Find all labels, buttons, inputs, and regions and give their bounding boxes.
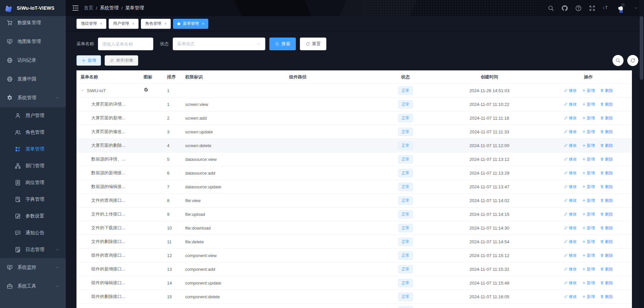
search-icon[interactable] <box>548 5 554 11</box>
sidebar-item-live-china[interactable]: 直播中国 <box>0 70 66 88</box>
table-row[interactable]: 大屏页面的修改...3screen:update正常2024-11-07 11:… <box>76 125 632 139</box>
sidebar-item-post-mgmt[interactable]: 岗位管理 <box>0 174 66 191</box>
sidebar-item-notice[interactable]: 通知公告 <box>0 225 66 241</box>
table-row[interactable]: 组件的查询接口...12component:view正常2024-11-07 1… <box>76 249 632 262</box>
row-action-add[interactable]: 新增 <box>582 294 595 300</box>
sidebar-item-dept-mgmt[interactable]: 部门管理 <box>0 158 66 174</box>
row-action-delete[interactable]: 删除 <box>600 115 613 121</box>
table-row[interactable]: SiWU-IoT1正常2024-11-26 14:51:03修改新增删除 <box>76 84 632 98</box>
sidebar-fold-icon[interactable] <box>72 4 79 12</box>
add-button[interactable]: 新增 <box>76 55 101 66</box>
row-action-edit[interactable]: 修改 <box>564 198 577 203</box>
row-action-delete[interactable]: 删除 <box>600 157 613 162</box>
sidebar-item-system-mgmt[interactable]: 系统管理 <box>0 88 66 107</box>
sidebar-item-dataset-mgmt[interactable]: 数据集管理 <box>0 13 66 32</box>
row-action-delete[interactable]: 删除 <box>600 211 613 217</box>
breadcrumb-item[interactable]: 首页 <box>84 5 93 11</box>
row-action-add[interactable]: 新增 <box>582 184 595 190</box>
table-row[interactable]: 文件的上传接口...9file:upload正常2024-11-07 11:14… <box>76 207 632 221</box>
sidebar-item-log-mgmt[interactable]: 日志管理 <box>0 241 66 258</box>
reset-button[interactable]: 重置 <box>300 38 326 50</box>
row-action-edit[interactable]: 修改 <box>564 129 577 135</box>
font-size-icon[interactable]: tT <box>603 5 609 11</box>
sidebar-item-dict-mgmt[interactable]: 字典管理 <box>0 191 66 208</box>
show-search-button[interactable] <box>612 55 624 66</box>
sidebar-item-system-monitor[interactable]: 系统监控 <box>0 258 66 277</box>
row-action-delete[interactable]: 删除 <box>600 266 613 272</box>
row-action-add[interactable]: 新增 <box>582 280 595 286</box>
fullscreen-icon[interactable] <box>589 5 595 11</box>
row-action-edit[interactable]: 修改 <box>564 143 577 148</box>
row-action-add[interactable]: 新增 <box>582 239 595 245</box>
tab-project-mgmt[interactable]: 项目管理× <box>76 19 106 29</box>
row-action-edit[interactable]: 修改 <box>564 280 577 286</box>
menu-name-input[interactable] <box>98 38 153 50</box>
tab-close-icon[interactable]: × <box>132 21 135 26</box>
status-select[interactable]: 菜单状态 <box>173 38 265 50</box>
row-action-edit[interactable]: 修改 <box>564 266 577 272</box>
table-row[interactable]: 文件的查询接口...8file:view正常2024-11-07 11:14:0… <box>76 194 632 207</box>
tab-menu-mgmt[interactable]: 菜单管理× <box>173 19 208 29</box>
row-action-edit[interactable]: 修改 <box>564 157 577 162</box>
chevron-down-icon[interactable] <box>634 6 638 10</box>
table-row[interactable]: 文件的下载接口...10file:download正常2024-11-07 11… <box>76 221 632 235</box>
row-action-add[interactable]: 新增 <box>582 225 595 231</box>
row-action-delete[interactable]: 删除 <box>600 102 613 107</box>
row-action-delete[interactable]: 删除 <box>600 129 613 135</box>
sidebar-item-system-tools[interactable]: 系统工具 <box>0 277 66 296</box>
row-action-add[interactable]: 新增 <box>582 88 595 94</box>
sidebar-item-menu-mgmt[interactable]: 菜单管理 <box>0 141 66 158</box>
row-action-edit[interactable]: 修改 <box>564 239 577 245</box>
row-action-edit[interactable]: 修改 <box>564 294 577 300</box>
expand-collapse-button[interactable]: 展开/折叠 <box>105 55 138 66</box>
tab-close-icon[interactable]: × <box>164 21 167 26</box>
refresh-table-button[interactable] <box>627 55 638 66</box>
row-action-edit[interactable]: 修改 <box>564 115 577 121</box>
table-row[interactable]: 数据源的编辑接...7datasource:update正常2024-11-07… <box>76 180 632 194</box>
row-action-delete[interactable]: 删除 <box>600 253 613 258</box>
table-row[interactable]: 组件的编辑接口...14component:update正常2024-11-07… <box>76 276 632 290</box>
row-action-delete[interactable]: 删除 <box>600 184 613 190</box>
row-action-edit[interactable]: 修改 <box>564 102 577 107</box>
row-action-delete[interactable]: 删除 <box>600 294 613 300</box>
table-row[interactable]: 数据源的新增接...6datasource:add正常2024-11-07 11… <box>76 166 632 180</box>
row-action-add[interactable]: 新增 <box>582 198 595 203</box>
table-row[interactable]: 组件的删除接口...15component:delete正常2024-11-07… <box>76 290 632 304</box>
row-action-add[interactable]: 新增 <box>582 115 595 121</box>
table-row[interactable]: 大屏页面的新增...2screen:add正常2024-11-07 11:11:… <box>76 111 632 125</box>
vertical-scrollbar[interactable] <box>639 0 644 308</box>
table-row[interactable]: 文件的删除接口...11file:delete正常2024-11-07 11:1… <box>76 235 632 249</box>
row-action-delete[interactable]: 删除 <box>600 198 613 203</box>
row-action-add[interactable]: 新增 <box>582 253 595 258</box>
table-row[interactable]: 数据源的详情、...5datasource:view正常2024-11-07 1… <box>76 152 632 166</box>
row-action-add[interactable]: 新增 <box>582 266 595 272</box>
sidebar-item-user-mgmt[interactable]: 用户管理 <box>0 107 66 124</box>
row-action-delete[interactable]: 删除 <box>600 239 613 245</box>
user-avatar[interactable] <box>616 2 627 14</box>
row-action-edit[interactable]: 修改 <box>564 253 577 258</box>
expand-caret-icon[interactable] <box>80 88 85 93</box>
row-action-add[interactable]: 新增 <box>582 102 595 107</box>
sidebar-item-visit-log[interactable]: 访问记录 <box>0 51 66 70</box>
table-row[interactable]: 组件的新增接口...13component:add正常2024-11-07 11… <box>76 262 632 276</box>
sidebar-item-param-settings[interactable]: 参数设置 <box>0 208 66 225</box>
tab-close-icon[interactable]: × <box>100 21 103 26</box>
row-action-delete[interactable]: 删除 <box>600 143 613 148</box>
tab-role-mgmt[interactable]: 角色管理× <box>141 19 171 29</box>
tab-user-mgmt[interactable]: 用户管理× <box>109 19 139 29</box>
scrollbar-thumb[interactable] <box>640 16 643 80</box>
row-action-edit[interactable]: 修改 <box>564 225 577 231</box>
sidebar-item-atlas-mgmt[interactable]: 地图集管理 <box>0 32 66 51</box>
table-row[interactable]: 大屏页面的删除...4screen:delete正常2024-11-07 11:… <box>76 139 632 152</box>
github-icon[interactable] <box>561 5 568 11</box>
row-action-delete[interactable]: 删除 <box>600 225 613 231</box>
sidebar-item-role-mgmt[interactable]: 角色管理 <box>0 124 66 141</box>
row-action-add[interactable]: 新增 <box>582 170 595 176</box>
row-action-edit[interactable]: 修改 <box>564 88 577 94</box>
row-action-edit[interactable]: 修改 <box>564 211 577 217</box>
help-icon[interactable] <box>575 5 582 11</box>
search-button[interactable]: 搜索 <box>269 38 296 50</box>
row-action-add[interactable]: 新增 <box>582 129 595 135</box>
row-action-add[interactable]: 新增 <box>582 157 595 162</box>
table-row[interactable]: 地图数据的查询...16map:view正常2024-11-07 11:16:2… <box>76 304 632 308</box>
